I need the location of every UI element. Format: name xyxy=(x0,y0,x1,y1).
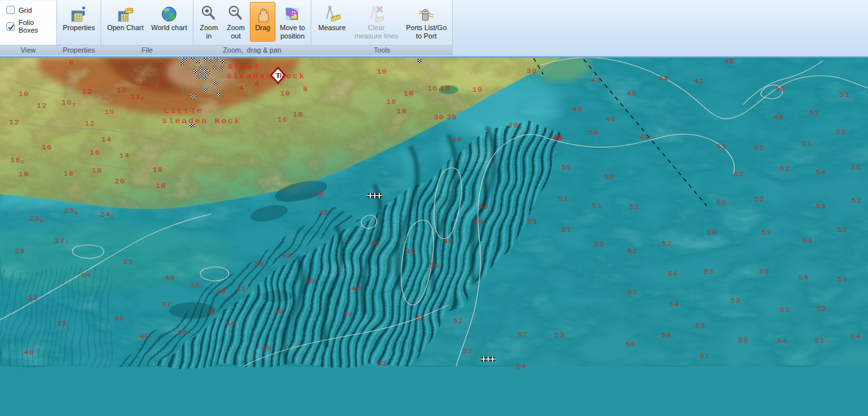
depth-sounding: 40 xyxy=(405,248,416,255)
zoom-in-button-label: Zoomin xyxy=(200,24,218,40)
depth-sounding: 30 xyxy=(434,114,444,121)
world-chart-button-label: World chart xyxy=(151,24,187,40)
drag-button[interactable]: Drag xyxy=(250,2,275,42)
depth-sounding: 48 xyxy=(552,135,562,142)
depth-sounding: 53 xyxy=(761,229,771,237)
depth-sounding: 52 xyxy=(627,248,637,255)
depth-sounding: 53 xyxy=(627,288,637,295)
depth-sounding: 8 xyxy=(69,60,74,67)
clear-measure-lines-button[interactable]: Clearmeasure lines xyxy=(351,2,401,42)
folio-boxes-checkbox[interactable] xyxy=(6,22,15,31)
depth-sounding: 35 xyxy=(446,113,457,121)
ribbon-group-view: Grid Folio Boxes View xyxy=(0,1,57,55)
move-to-position-button[interactable]: Move toposition xyxy=(277,2,308,42)
depth-sounding: 51 xyxy=(527,219,537,226)
ribbon-group-properties: Properties Properties xyxy=(57,1,101,55)
depth-sounding: 51 xyxy=(716,144,726,151)
chart-map-canvas[interactable]: T 81011181212132121071012121416165161418… xyxy=(0,58,868,416)
depth-sounding: 18 xyxy=(404,90,414,97)
properties-button[interactable]: Properties xyxy=(60,2,98,42)
depth-sounding: 16 xyxy=(440,85,450,92)
depth-sounding: 18 xyxy=(19,171,29,178)
depth-sounding: 52 xyxy=(662,240,672,247)
folio-boxes-checkbox-row[interactable]: Folio Boxes xyxy=(6,19,50,34)
depth-sounding: 53 xyxy=(730,297,741,304)
depth-sounding: 18 xyxy=(63,171,74,178)
depth-sounding: 12 xyxy=(117,87,127,94)
depth-sounding: 53 xyxy=(695,322,705,329)
depth-sounding: 18 xyxy=(152,167,163,174)
view-group-body: Grid Folio Boxes xyxy=(0,1,56,45)
depth-sounding: 53 xyxy=(759,268,769,275)
rock-symbol xyxy=(418,59,422,63)
ports-list-icon xyxy=(417,4,435,24)
zoom-out-button[interactable]: Zoomout xyxy=(223,2,249,42)
depth-sounding: 51 xyxy=(558,196,568,203)
zoom-out-button-label: Zoomout xyxy=(227,24,245,40)
depth-sounding: 53 xyxy=(554,332,564,339)
rock-symbol xyxy=(183,58,187,62)
depth-sounding: 52 xyxy=(754,196,764,203)
depth-sounding: 10 xyxy=(19,91,29,98)
group-label-view: View xyxy=(0,45,56,55)
rock-symbol xyxy=(191,58,195,60)
measure-button[interactable]: Measure xyxy=(314,2,350,42)
open-chart-button[interactable]: Open Chart xyxy=(104,2,147,42)
depth-sounding: 52 xyxy=(809,109,819,116)
measure-cursor xyxy=(367,193,382,199)
depth-sounding: 50 xyxy=(588,129,598,136)
depth-sounding: 51 xyxy=(561,227,571,234)
depth-sounding: 50 xyxy=(738,337,748,344)
rock-symbol xyxy=(214,81,218,85)
depth-sounding: 53 xyxy=(703,268,714,275)
depth-sounding: 50 xyxy=(561,164,571,171)
group-label-zoom-drag-pan: Zoom, drag & pan xyxy=(193,45,311,55)
rock-symbol xyxy=(204,88,209,92)
depth-sounding: 8 xyxy=(303,85,308,92)
depth-sounding: 40 xyxy=(114,315,124,322)
grid-checkbox[interactable] xyxy=(6,6,15,14)
depth-sounding: 40 xyxy=(261,344,272,351)
group-label-tools: Tools xyxy=(311,45,452,55)
depth-sounding: 8 xyxy=(158,81,163,88)
world-chart-button[interactable]: World chart xyxy=(148,2,190,42)
rock-symbol xyxy=(193,70,198,74)
depth-sounding: 44 xyxy=(658,76,668,83)
depth-sounding: 35 xyxy=(123,259,133,266)
depth-sounding: 50 xyxy=(625,341,635,348)
zoom-in-button[interactable]: Zoomin xyxy=(196,2,222,42)
rock-symbol xyxy=(201,72,205,76)
rock-symbol xyxy=(220,65,224,69)
zoom-out-icon xyxy=(227,4,245,24)
properties-icon xyxy=(70,4,88,24)
depth-sounding: 18 xyxy=(156,183,166,190)
depth-sounding: 40 xyxy=(304,277,315,284)
depth-sounding: 30 xyxy=(314,191,324,198)
move-to-position-button-label: Move toposition xyxy=(280,24,305,40)
depth-sounding: 4 xyxy=(254,81,259,88)
depth-sounding: 12 xyxy=(82,88,92,96)
depth-sounding: 53 xyxy=(716,199,726,206)
depth-sounding: 33 xyxy=(236,286,246,293)
depth-sounding: 49 xyxy=(773,113,783,121)
depth-sounding: 52 xyxy=(851,197,862,204)
depth-sounding: 4 xyxy=(239,85,244,92)
grid-checkbox-row[interactable]: Grid xyxy=(6,6,32,14)
depth-sounding: 50 xyxy=(473,219,484,226)
group-label-file: File xyxy=(101,45,193,55)
depth-sounding: 54 xyxy=(667,270,678,278)
depth-sounding: 37 xyxy=(161,301,172,308)
depth-sounding: 52 xyxy=(780,165,790,172)
depth-sounding: 53 xyxy=(814,338,824,345)
clear-measure-lines-button-label: Clearmeasure lines xyxy=(354,24,398,40)
ports-list-go-to-port-button[interactable]: Ports List/Goto Port xyxy=(403,2,450,42)
group-label-properties: Properties xyxy=(57,45,101,55)
depth-sounding: 52 xyxy=(816,306,826,313)
measure-icon xyxy=(323,4,341,24)
depth-sounding: 14 xyxy=(101,137,111,144)
depth-sounding: 18 xyxy=(92,167,102,174)
move-to-position-icon xyxy=(284,4,302,24)
clear-measure-lines-icon xyxy=(367,4,385,24)
depth-sounding: 10 xyxy=(472,86,482,93)
ribbon-group-file: Open Chart World chart File xyxy=(101,1,193,55)
